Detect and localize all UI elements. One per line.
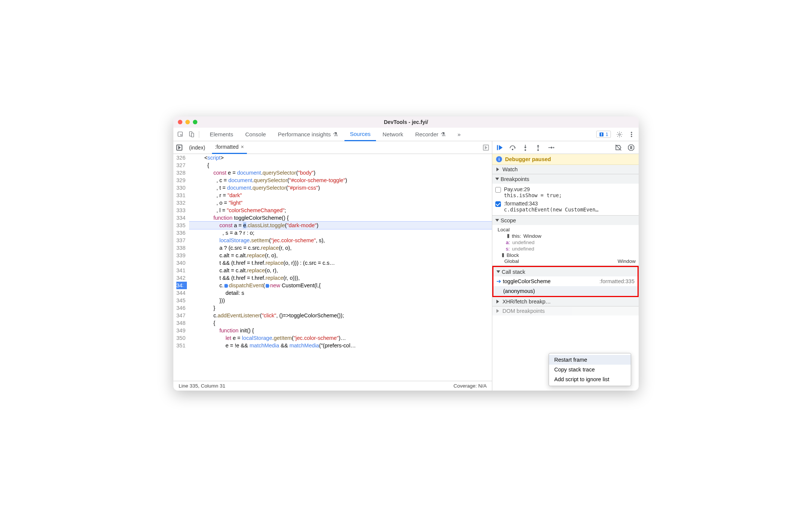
breakpoints-section[interactable]: Breakpoints — [492, 174, 639, 184]
kebab-icon[interactable] — [628, 131, 635, 138]
main-tabs: Elements Console Performance insights ⚗ … — [173, 128, 639, 141]
menu-restart-frame[interactable]: Restart frame — [549, 355, 631, 365]
breakpoint-item[interactable]: Pay.vue:29this.isShow = true; — [495, 185, 636, 199]
step-icon[interactable] — [547, 144, 555, 151]
inspect-icon[interactable] — [177, 131, 184, 138]
watch-section[interactable]: Watch — [492, 165, 639, 174]
svg-rect-16 — [631, 146, 632, 149]
resume-icon[interactable] — [496, 144, 504, 151]
svg-point-9 — [631, 136, 632, 137]
scope-section[interactable]: Scope — [492, 216, 639, 225]
tabs-overflow[interactable]: » — [452, 128, 466, 141]
debugger-toggle[interactable] — [483, 145, 489, 151]
window-title: DevTools - jec.fyi/ — [173, 119, 639, 125]
callstack-frame[interactable]: ➔toggleColorScheme :formatted:335 — [493, 276, 638, 286]
deactivate-bp-icon[interactable] — [615, 144, 622, 151]
step-out-icon[interactable] — [534, 144, 542, 151]
tab-console[interactable]: Console — [240, 128, 271, 141]
xhr-section[interactable]: XHR/fetch breakp… — [492, 297, 639, 306]
menu-copy-stack[interactable]: Copy stack trace — [549, 365, 631, 374]
svg-point-12 — [525, 149, 526, 151]
step-over-icon[interactable] — [509, 144, 516, 151]
svg-point-6 — [619, 133, 621, 135]
svg-rect-2 — [191, 133, 194, 137]
pause-exceptions-icon[interactable] — [627, 144, 635, 151]
menu-ignore-list[interactable]: Add script to ignore list — [549, 374, 631, 384]
flask-icon: ⚗ — [441, 131, 445, 138]
svg-rect-10 — [497, 145, 498, 150]
debugger-banner: i Debugger paused — [492, 154, 639, 165]
debug-controls — [492, 141, 639, 154]
issues-badge[interactable]: 1 — [596, 131, 611, 138]
status-bar: Line 335, Column 31 Coverage: N/A — [173, 381, 492, 391]
svg-rect-5 — [601, 135, 602, 136]
svg-point-14 — [553, 147, 554, 148]
svg-point-8 — [631, 134, 632, 134]
device-icon[interactable] — [188, 131, 195, 138]
callstack-frame[interactable]: (anonymous) — [493, 286, 638, 296]
devtools-window: DevTools - jec.fyi/ Elements Console Per… — [173, 116, 639, 391]
step-into-icon[interactable] — [522, 144, 529, 151]
svg-point-13 — [537, 149, 539, 151]
close-icon[interactable]: × — [241, 144, 244, 150]
file-tab-formatted[interactable]: :formatted × — [212, 141, 247, 154]
svg-point-11 — [512, 148, 513, 150]
callstack-section[interactable]: Call stack — [493, 267, 638, 276]
dom-bp-section[interactable]: DOM breakpoints — [492, 306, 639, 315]
sources-panel: (index) :formatted × 3263273283293303313… — [173, 141, 492, 391]
cursor-position: Line 335, Column 31 — [179, 383, 226, 389]
current-frame-icon: ➔ — [496, 278, 501, 284]
context-menu: Restart frame Copy stack trace Add scrip… — [549, 353, 631, 386]
info-icon: i — [496, 156, 502, 162]
titlebar: DevTools - jec.fyi/ — [173, 116, 639, 128]
code-editor[interactable]: 3263273283293303313323333343353363373383… — [173, 154, 492, 381]
breakpoint-item[interactable]: :formatted:343c.dispatchEvent(new Custom… — [495, 199, 636, 214]
tab-sources[interactable]: Sources — [344, 128, 376, 141]
coverage-status: Coverage: N/A — [453, 383, 487, 389]
navigator-toggle[interactable] — [176, 145, 182, 151]
tab-network[interactable]: Network — [377, 128, 409, 141]
tab-elements[interactable]: Elements — [205, 128, 239, 141]
svg-rect-15 — [630, 146, 631, 149]
issue-icon — [599, 132, 604, 137]
file-tabs: (index) :formatted × — [173, 141, 492, 154]
file-tab-index[interactable]: (index) — [186, 141, 208, 154]
checkbox[interactable] — [495, 187, 501, 193]
flask-icon: ⚗ — [333, 131, 338, 138]
gear-icon[interactable] — [616, 131, 623, 138]
tab-perf-insights[interactable]: Performance insights ⚗ — [273, 128, 343, 141]
tab-recorder[interactable]: Recorder ⚗ — [410, 128, 451, 141]
svg-rect-4 — [601, 133, 602, 135]
checkbox[interactable] — [495, 201, 501, 207]
svg-point-7 — [631, 132, 632, 133]
